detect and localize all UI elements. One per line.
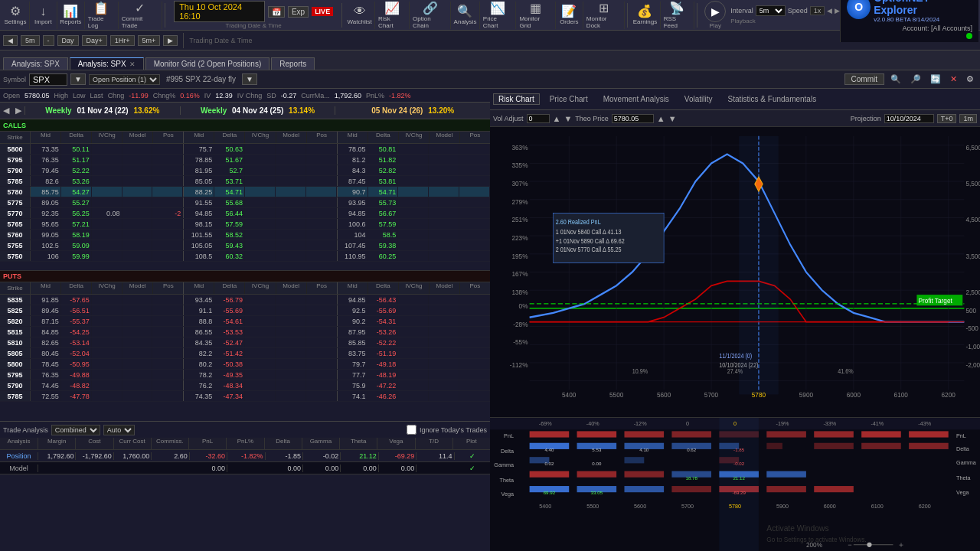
riskchart-button[interactable]: 📈 Risk Chart (375, 2, 410, 29)
tab-mongrid[interactable]: Monitor Grid (2 Open Positions) (145, 57, 270, 70)
calls-row[interactable]: 578085.7554.2788.2554.7190.754.71 (0, 187, 490, 197)
puts-row[interactable]: 578572.55-47.7874.35-47.3474.1-46.26 (0, 391, 490, 402)
calls-row[interactable]: 579079.4552.2281.9552.784.352.82 (0, 165, 490, 176)
commit-button[interactable]: ✓ Commit Trade (119, 2, 162, 29)
ignore-today-checkbox[interactable] (407, 425, 416, 435)
expiry-col-1: Weekly 01 Nov 24 (22) 13.62% (25, 106, 181, 115)
calls-headers-2: Mid Delta IVChg Model Pos (184, 132, 337, 143)
reports-button[interactable]: 📊 Reports (57, 2, 85, 29)
speed-down[interactable]: ◀ (827, 7, 832, 15)
svg-text:200%: 200% (806, 542, 823, 549)
commit-action-button[interactable]: Commit (844, 73, 884, 85)
expiry-2-date: 04 Nov 24 (25) (232, 106, 283, 115)
interval-day[interactable]: Day (57, 35, 79, 46)
symbol-dropdown[interactable]: ▼ (70, 73, 86, 85)
svg-text:Delta: Delta (501, 448, 514, 455)
settings2-icon[interactable]: ⚙ (963, 74, 977, 84)
expiry-prev[interactable]: ◀ (0, 106, 12, 116)
puts-row[interactable]: 581584.85-54.2586.55-53.5387.95-53.26 (0, 327, 490, 337)
interval-1hr-plus[interactable]: 1Hr+ (110, 35, 135, 46)
nav-forward[interactable]: ▶ (163, 35, 178, 46)
calls-row[interactable]: 577092.3556.250.08-294.8556.4494.8556.67 (0, 208, 490, 219)
tab-close-analysis2[interactable]: ✕ (129, 60, 136, 68)
mongrids-button[interactable]: ▦ Monitor Grid (516, 2, 555, 29)
settings-button[interactable]: ⚙ Settings (2, 2, 30, 29)
analysis-button[interactable]: 🔍 Analysis (451, 2, 480, 29)
svg-text:4,500: 4,500 (965, 216, 980, 224)
calendar-button[interactable]: 📅 (268, 6, 285, 18)
import-button[interactable]: ↓ Import (30, 2, 57, 29)
speed-up[interactable]: ▶ (835, 7, 840, 15)
chart-tab-price[interactable]: Price Chart (544, 93, 593, 105)
puts-row[interactable]: 580580.45-52.0482.2-51.4283.75-51.19 (0, 348, 490, 359)
projection-date-input[interactable] (884, 114, 934, 123)
vol-adjust-down[interactable]: ▼ (564, 114, 572, 123)
calls-row[interactable]: 5755102.559.09105.0559.43107.4559.38 (0, 240, 490, 251)
pos-commiss: 2.60 (152, 452, 189, 460)
puts-row[interactable]: 580078.45-50.9580.2-50.3879.7-49.18 (0, 359, 490, 370)
delete-icon[interactable]: ✕ (947, 74, 960, 84)
calls-row[interactable]: 575010659.99108.560.32110.9560.25 (0, 251, 490, 262)
chart-tab-stats[interactable]: Statistics & Fundamentals (723, 93, 822, 105)
position-select[interactable]: Open Position (1) (89, 74, 160, 85)
puts-row[interactable]: 579576.35-49.8878.2-49.3577.7-48.19 (0, 370, 490, 380)
svg-text:41.6%: 41.6% (838, 368, 854, 376)
orders-button[interactable]: 📝 Orders (556, 2, 583, 29)
calls-row[interactable]: 579576.3551.1778.8551.6781.251.82 (0, 155, 490, 165)
pricechart-button[interactable]: 📉 Price Chart (480, 2, 517, 29)
zoom-icon[interactable]: 🔎 (907, 74, 924, 84)
calls-row[interactable]: 577589.0555.2791.5555.6893.9555.73 (0, 197, 490, 208)
expiry-next[interactable]: ▶ (12, 106, 24, 116)
svg-text:251%: 251% (511, 216, 528, 224)
rssfeed-button[interactable]: 📡 RSS Feed (661, 2, 695, 29)
svg-rect-86 (577, 431, 617, 437)
theo-up[interactable]: ▲ (657, 114, 665, 123)
watchlist-button[interactable]: 👁 Watchlist (345, 2, 375, 29)
interval-select[interactable]: 5m1HrDay (756, 5, 786, 16)
mondock-button[interactable]: ⊞ Monitor Dock (583, 2, 625, 29)
search-icon[interactable]: 🔍 (887, 74, 904, 84)
calls-row[interactable]: 576595.6557.2198.1557.59100.657.59 (0, 219, 490, 230)
exp-button[interactable]: Exp (288, 6, 309, 18)
interval-1hr[interactable]: - (43, 35, 54, 46)
position-dropdown[interactable]: ▼ (242, 73, 257, 85)
t0-button[interactable]: T+0 (937, 114, 957, 123)
trade-analysis-select[interactable]: Combined (51, 425, 100, 435)
chart-tab-risk[interactable]: Risk Chart (493, 93, 540, 105)
theo-down[interactable]: ▼ (668, 114, 677, 123)
pos-pnl: -32.60 (190, 452, 227, 460)
open-label: Open (3, 92, 20, 99)
tradelog-button[interactable]: 📋 Trade Log (85, 2, 119, 29)
tab-reports[interactable]: Reports (271, 57, 315, 70)
interval-day-plus[interactable]: Day+ (82, 35, 107, 46)
puts-row[interactable]: 582087.15-55.3788.8-54.6190.2-54.31 (0, 316, 490, 327)
pos-vega: -69.29 (379, 452, 416, 460)
puts-row[interactable]: 582589.45-56.5191.1-55.6992.5-55.69 (0, 305, 490, 316)
earnings-button[interactable]: 💰 Earnings (630, 2, 660, 29)
svg-text:195%: 195% (511, 252, 528, 260)
play-button[interactable]: ▶ (704, 1, 726, 22)
tab-analysis1[interactable]: Analysis: SPX (3, 57, 68, 70)
symbol-input[interactable] (29, 73, 67, 86)
tab-analysis2[interactable]: Analysis: SPX ✕ (70, 57, 144, 70)
vol-adjust-input[interactable] (527, 114, 550, 123)
chart-tab-volatility[interactable]: Volatility (679, 93, 718, 105)
interval-5m[interactable]: 5m (21, 35, 40, 46)
puts-row[interactable]: 581082.65-53.1484.35-52.4785.85-52.22 (0, 337, 490, 348)
calls-row[interactable]: 580073.3550.1175.750.6378.0550.81 (0, 144, 490, 155)
vol-adjust-up[interactable]: ▲ (553, 114, 561, 123)
trade-mode-select[interactable]: Auto (103, 425, 135, 435)
t1-button[interactable]: 1m (959, 114, 977, 123)
puts-row[interactable]: 579074.45-48.8276.2-48.3475.9-47.22 (0, 380, 490, 391)
chart-tab-movement[interactable]: Movement Analysis (598, 93, 675, 105)
interval-5m-plus[interactable]: 5m+ (138, 35, 161, 46)
puts-row[interactable]: 583591.85-57.6593.45-56.7994.85-56.43 (0, 295, 490, 305)
optchain-button[interactable]: 🔗 Option Chain (410, 2, 451, 29)
theo-price-input[interactable] (612, 114, 654, 123)
refresh-icon[interactable]: 🔄 (927, 74, 944, 84)
calls-row[interactable]: 578582.653.2685.0553.7187.4553.81 (0, 176, 490, 187)
calls-row[interactable]: 576099.0558.19101.5558.5210458.5 (0, 230, 490, 240)
nav-back[interactable]: ◀ (3, 35, 18, 46)
svg-rect-87 (624, 431, 664, 437)
datetime-display[interactable]: Thu 10 Oct 2024 16:10 (174, 1, 265, 22)
